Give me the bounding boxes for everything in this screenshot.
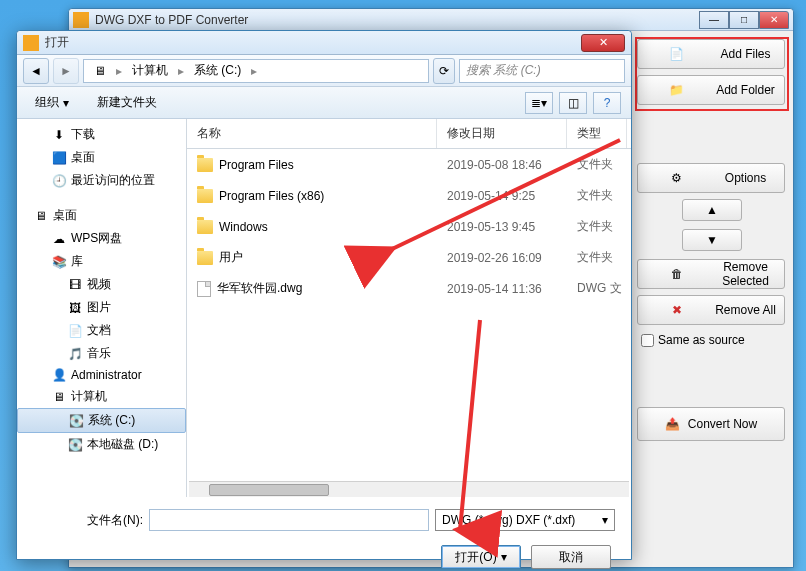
tree-item-label: 最近访问的位置 [71,172,155,189]
toolbar: 组织 ▾ 新建文件夹 ≣▾ ◫ ? [17,87,631,119]
tree-item-label: 系统 (C:) [88,412,135,429]
file-icon [197,281,211,297]
options-button[interactable]: ⚙ Options [637,163,785,193]
remove-all-button[interactable]: ✖ Remove All [637,295,785,325]
file-row[interactable]: Program Files2019-05-08 18:46文件夹 [187,149,631,180]
tree-item[interactable]: 🟦桌面 [17,146,186,169]
computer-icon: 🖥 [51,390,67,404]
options-label: Options [715,171,776,185]
file-list-header: 名称 修改日期 类型 [187,119,631,149]
tree-item-label: 桌面 [53,207,77,224]
breadcrumb-separator: ▸ [176,64,186,78]
organize-menu[interactable]: 组织 ▾ [27,90,77,115]
chevron-down-icon: ▾ [501,550,507,564]
help-button[interactable]: ? [593,92,621,114]
drive-icon: 💽 [68,414,84,428]
new-folder-label: 新建文件夹 [97,94,157,111]
tree-item[interactable]: 🖥桌面 [17,204,186,227]
scrollbar-thumb[interactable] [209,484,329,496]
file-name: 华军软件园.dwg [217,280,302,297]
tree-item-label: 文档 [87,322,111,339]
maximize-button[interactable]: □ [729,11,759,29]
add-files-button[interactable]: 📄 Add Files [637,39,785,69]
folder-icon [197,251,213,265]
file-name: Program Files (x86) [219,189,324,203]
breadcrumb-separator: ▸ [249,64,259,78]
file-row[interactable]: 用户2019-02-26 16:09文件夹 [187,242,631,273]
add-folder-button[interactable]: 📁 Add Folder [637,75,785,105]
tree-item[interactable]: 👤Administrator [17,365,186,385]
open-button[interactable]: 打开(O) ▾ [441,545,521,569]
breadcrumb-drive[interactable]: 系统 (C:) [188,60,247,81]
col-name[interactable]: 名称 [187,119,437,148]
refresh-button[interactable]: ⟳ [433,58,455,84]
file-type: 文件夹 [567,215,627,238]
file-row[interactable]: Windows2019-05-13 9:45文件夹 [187,211,631,242]
desktop-icon: 🟦 [51,151,67,165]
tree-item[interactable]: 💽本地磁盘 (D:) [17,433,186,456]
tree-item[interactable]: 🎞视频 [17,273,186,296]
tree-item[interactable]: 📄文档 [17,319,186,342]
file-row[interactable]: 华军软件园.dwg2019-05-14 11:36DWG 文 [187,273,631,304]
breadcrumb-computer-icon[interactable]: 🖥 [88,62,112,80]
close-button[interactable]: ✕ [759,11,789,29]
search-input[interactable]: 搜索 系统 (C:) [459,59,625,83]
filename-input[interactable] [149,509,429,531]
tree-item[interactable]: 🎵音乐 [17,342,186,365]
cancel-button[interactable]: 取消 [531,545,611,569]
app-icon [73,12,89,28]
add-folder-label: Add Folder [715,83,776,97]
tree-item-label: Administrator [71,368,142,382]
tree-item-label: 库 [71,253,83,270]
file-row[interactable]: Program Files (x86)2019-05-14 9:25文件夹 [187,180,631,211]
tree-item[interactable]: ☁WPS网盘 [17,227,186,250]
folder-icon [197,189,213,203]
open-button-label: 打开(O) [455,549,496,566]
remove-all-icon: ✖ [646,300,707,320]
dialog-body: ⬇下载🟦桌面🕘最近访问的位置🖥桌面☁WPS网盘📚库🎞视频🖼图片📄文档🎵音乐👤Ad… [17,119,631,497]
breadcrumb-computer[interactable]: 计算机 [126,60,174,81]
cloud-icon: ☁ [51,232,67,246]
file-name: Program Files [219,158,294,172]
convert-now-button[interactable]: 📤 Convert Now [637,407,785,441]
filetype-value: DWG (*.dwg) DXF (*.dxf) [442,513,575,527]
recent-icon: 🕘 [51,174,67,188]
tree-item[interactable]: 📚库 [17,250,186,273]
tree-item[interactable]: 🕘最近访问的位置 [17,169,186,192]
nav-forward-button[interactable]: ► [53,58,79,84]
move-up-button[interactable]: ▲ [682,199,742,221]
horizontal-scrollbar[interactable] [189,481,629,497]
col-type[interactable]: 类型 [567,119,627,148]
same-as-source-row[interactable]: Same as source [641,333,787,347]
add-file-icon: 📄 [646,44,707,64]
dialog-icon [23,35,39,51]
tree-item[interactable]: ⬇下载 [17,123,186,146]
folder-icon [197,220,213,234]
tree-item[interactable]: 🖼图片 [17,296,186,319]
dialog-titlebar[interactable]: 打开 ✕ [17,31,631,55]
convert-icon: 📤 [665,417,680,431]
file-date: 2019-05-14 9:25 [437,184,567,207]
file-type: DWG 文 [567,277,627,300]
tree-item-label: 下载 [71,126,95,143]
tree-item[interactable]: 💽系统 (C:) [17,408,186,433]
nav-back-button[interactable]: ◄ [23,58,49,84]
new-folder-button[interactable]: 新建文件夹 [89,90,165,115]
preview-pane-button[interactable]: ◫ [559,92,587,114]
minimize-button[interactable]: — [699,11,729,29]
file-name: 用户 [219,249,243,266]
dialog-close-button[interactable]: ✕ [581,34,625,52]
breadcrumb[interactable]: 🖥 ▸ 计算机 ▸ 系统 (C:) ▸ [83,59,429,83]
folder-tree[interactable]: ⬇下载🟦桌面🕘最近访问的位置🖥桌面☁WPS网盘📚库🎞视频🖼图片📄文档🎵音乐👤Ad… [17,119,187,497]
main-titlebar[interactable]: DWG DXF to PDF Converter — □ ✕ [69,9,793,31]
move-down-button[interactable]: ▼ [682,229,742,251]
file-list[interactable]: 名称 修改日期 类型 Program Files2019-05-08 18:46… [187,119,631,497]
view-options-button[interactable]: ≣▾ [525,92,553,114]
col-date[interactable]: 修改日期 [437,119,567,148]
desktop-root-icon: 🖥 [33,209,49,223]
same-as-source-checkbox[interactable] [641,334,654,347]
tree-item[interactable]: 🖥计算机 [17,385,186,408]
filetype-select[interactable]: DWG (*.dwg) DXF (*.dxf) ▾ [435,509,615,531]
remove-selected-button[interactable]: 🗑 Remove Selected [637,259,785,289]
app-title: DWG DXF to PDF Converter [95,13,699,27]
